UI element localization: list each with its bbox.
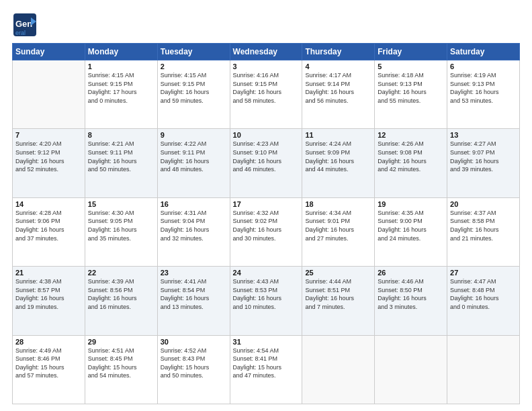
day-info: Sunrise: 4:22 AM Sunset: 9:11 PM Dayligh…: [161, 140, 227, 173]
day-info: Sunrise: 4:35 AM Sunset: 9:00 PM Dayligh…: [378, 209, 444, 242]
day-info: Sunrise: 4:37 AM Sunset: 8:58 PM Dayligh…: [450, 209, 517, 242]
day-number: 2: [161, 62, 227, 71]
calendar-header-thursday: Thursday: [302, 44, 375, 60]
calendar-cell: 28Sunrise: 4:49 AM Sunset: 8:46 PM Dayli…: [13, 335, 85, 404]
day-info: Sunrise: 4:26 AM Sunset: 9:08 PM Dayligh…: [378, 140, 444, 173]
calendar-cell: 14Sunrise: 4:28 AM Sunset: 9:06 PM Dayli…: [13, 197, 85, 266]
day-info: Sunrise: 4:30 AM Sunset: 9:05 PM Dayligh…: [88, 209, 154, 242]
calendar-cell: 31Sunrise: 4:54 AM Sunset: 8:41 PM Dayli…: [230, 335, 302, 404]
day-number: 27: [450, 269, 517, 277]
calendar-cell: 24Sunrise: 4:43 AM Sunset: 8:53 PM Dayli…: [230, 267, 302, 335]
calendar-week-row: 7Sunrise: 4:20 AM Sunset: 9:12 PM Daylig…: [13, 129, 520, 197]
day-info: Sunrise: 4:19 AM Sunset: 9:13 PM Dayligh…: [450, 71, 517, 105]
calendar-header-monday: Monday: [85, 44, 157, 60]
day-number: 18: [305, 200, 371, 208]
calendar-cell: [13, 60, 85, 129]
calendar-cell: 26Sunrise: 4:46 AM Sunset: 8:50 PM Dayli…: [375, 267, 447, 335]
calendar-header-saturday: Saturday: [447, 44, 520, 60]
logo-icon: Gen eral: [12, 12, 38, 38]
day-info: Sunrise: 4:51 AM Sunset: 8:45 PM Dayligh…: [88, 347, 154, 380]
day-info: Sunrise: 4:32 AM Sunset: 9:02 PM Dayligh…: [233, 209, 300, 242]
day-number: 14: [15, 200, 82, 208]
calendar-cell: 13Sunrise: 4:27 AM Sunset: 9:07 PM Dayli…: [447, 129, 520, 197]
day-number: 9: [161, 131, 227, 139]
calendar-cell: 4Sunrise: 4:17 AM Sunset: 9:14 PM Daylig…: [302, 60, 375, 129]
day-info: Sunrise: 4:23 AM Sunset: 9:10 PM Dayligh…: [233, 140, 300, 173]
calendar-cell: 10Sunrise: 4:23 AM Sunset: 9:10 PM Dayli…: [230, 129, 302, 197]
day-number: 30: [161, 338, 227, 346]
calendar-cell: 16Sunrise: 4:31 AM Sunset: 9:04 PM Dayli…: [157, 197, 230, 266]
calendar-cell: 20Sunrise: 4:37 AM Sunset: 8:58 PM Dayli…: [447, 197, 520, 266]
day-info: Sunrise: 4:46 AM Sunset: 8:50 PM Dayligh…: [378, 277, 444, 311]
calendar-cell: [447, 335, 520, 404]
calendar-header-row: SundayMondayTuesdayWednesdayThursdayFrid…: [13, 44, 520, 60]
header: Gen eral: [12, 12, 520, 38]
day-number: 20: [450, 200, 517, 208]
calendar-cell: 12Sunrise: 4:26 AM Sunset: 9:08 PM Dayli…: [375, 129, 447, 197]
calendar-cell: 25Sunrise: 4:44 AM Sunset: 8:51 PM Dayli…: [302, 267, 375, 335]
day-number: 31: [233, 338, 300, 346]
day-number: 5: [378, 62, 444, 71]
day-info: Sunrise: 4:28 AM Sunset: 9:06 PM Dayligh…: [15, 209, 82, 242]
day-info: Sunrise: 4:31 AM Sunset: 9:04 PM Dayligh…: [161, 209, 227, 242]
calendar-cell: 7Sunrise: 4:20 AM Sunset: 9:12 PM Daylig…: [13, 129, 85, 197]
day-number: 7: [15, 131, 82, 139]
day-number: 13: [450, 131, 517, 139]
day-number: 15: [88, 200, 154, 208]
calendar-cell: 1Sunrise: 4:15 AM Sunset: 9:15 PM Daylig…: [85, 60, 157, 129]
day-info: Sunrise: 4:34 AM Sunset: 9:01 PM Dayligh…: [305, 209, 371, 242]
day-number: 11: [305, 131, 371, 139]
calendar-header-sunday: Sunday: [13, 44, 85, 60]
day-number: 22: [88, 269, 154, 277]
day-info: Sunrise: 4:18 AM Sunset: 9:13 PM Dayligh…: [378, 71, 444, 105]
day-number: 17: [233, 200, 300, 208]
logo: Gen eral: [12, 12, 39, 38]
day-info: Sunrise: 4:21 AM Sunset: 9:11 PM Dayligh…: [88, 140, 154, 173]
calendar-cell: 17Sunrise: 4:32 AM Sunset: 9:02 PM Dayli…: [230, 197, 302, 266]
day-info: Sunrise: 4:15 AM Sunset: 9:15 PM Dayligh…: [161, 71, 227, 105]
calendar-cell: 21Sunrise: 4:38 AM Sunset: 8:57 PM Dayli…: [13, 267, 85, 335]
calendar-cell: 9Sunrise: 4:22 AM Sunset: 9:11 PM Daylig…: [157, 129, 230, 197]
calendar-week-row: 21Sunrise: 4:38 AM Sunset: 8:57 PM Dayli…: [13, 267, 520, 335]
day-number: 29: [88, 338, 154, 346]
day-number: 1: [88, 62, 154, 71]
calendar-cell: 3Sunrise: 4:16 AM Sunset: 9:15 PM Daylig…: [230, 60, 302, 129]
day-info: Sunrise: 4:52 AM Sunset: 8:43 PM Dayligh…: [161, 347, 227, 380]
calendar-cell: [302, 335, 375, 404]
day-info: Sunrise: 4:49 AM Sunset: 8:46 PM Dayligh…: [15, 347, 82, 380]
calendar-week-row: 14Sunrise: 4:28 AM Sunset: 9:06 PM Dayli…: [13, 197, 520, 266]
calendar-cell: 6Sunrise: 4:19 AM Sunset: 9:13 PM Daylig…: [447, 60, 520, 129]
day-info: Sunrise: 4:43 AM Sunset: 8:53 PM Dayligh…: [233, 277, 300, 311]
calendar-header-tuesday: Tuesday: [157, 44, 230, 60]
day-number: 24: [233, 269, 300, 277]
page: Gen eral SundayMondayTuesdayWednesdayThu…: [0, 0, 532, 411]
calendar-cell: 15Sunrise: 4:30 AM Sunset: 9:05 PM Dayli…: [85, 197, 157, 266]
day-info: Sunrise: 4:54 AM Sunset: 8:41 PM Dayligh…: [233, 347, 300, 380]
day-number: 28: [15, 338, 82, 346]
calendar-cell: 18Sunrise: 4:34 AM Sunset: 9:01 PM Dayli…: [302, 197, 375, 266]
day-info: Sunrise: 4:44 AM Sunset: 8:51 PM Dayligh…: [305, 277, 371, 311]
day-info: Sunrise: 4:16 AM Sunset: 9:15 PM Dayligh…: [233, 71, 300, 105]
calendar-cell: 27Sunrise: 4:47 AM Sunset: 8:48 PM Dayli…: [447, 267, 520, 335]
calendar-week-row: 1Sunrise: 4:15 AM Sunset: 9:15 PM Daylig…: [13, 60, 520, 129]
calendar-cell: 19Sunrise: 4:35 AM Sunset: 9:00 PM Dayli…: [375, 197, 447, 266]
day-info: Sunrise: 4:38 AM Sunset: 8:57 PM Dayligh…: [15, 277, 82, 311]
day-info: Sunrise: 4:15 AM Sunset: 9:15 PM Dayligh…: [88, 71, 154, 105]
calendar-header-wednesday: Wednesday: [230, 44, 302, 60]
day-info: Sunrise: 4:24 AM Sunset: 9:09 PM Dayligh…: [305, 140, 371, 173]
calendar-cell: 23Sunrise: 4:41 AM Sunset: 8:54 PM Dayli…: [157, 267, 230, 335]
day-number: 12: [378, 131, 444, 139]
day-number: 3: [233, 62, 300, 71]
day-number: 6: [450, 62, 517, 71]
day-number: 25: [305, 269, 371, 277]
calendar-cell: 29Sunrise: 4:51 AM Sunset: 8:45 PM Dayli…: [85, 335, 157, 404]
calendar-cell: 11Sunrise: 4:24 AM Sunset: 9:09 PM Dayli…: [302, 129, 375, 197]
day-info: Sunrise: 4:27 AM Sunset: 9:07 PM Dayligh…: [450, 140, 517, 173]
calendar-cell: [375, 335, 447, 404]
day-number: 10: [233, 131, 300, 139]
day-info: Sunrise: 4:39 AM Sunset: 8:56 PM Dayligh…: [88, 277, 154, 311]
svg-text:Gen: Gen: [15, 19, 32, 29]
day-number: 23: [161, 269, 227, 277]
day-info: Sunrise: 4:17 AM Sunset: 9:14 PM Dayligh…: [305, 71, 371, 105]
day-number: 21: [15, 269, 82, 277]
